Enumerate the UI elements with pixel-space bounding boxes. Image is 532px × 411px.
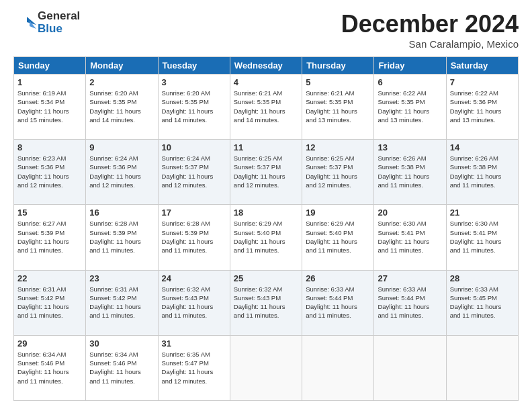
day-number: 21 [450, 208, 515, 218]
day-number: 17 [162, 208, 226, 218]
calendar-table: SundayMondayTuesdayWednesdayThursdayFrid… [13, 56, 519, 401]
day-info: Sunrise: 6:34 AM Sunset: 5:46 PM Dayligh… [17, 350, 82, 385]
calendar-cell: 14Sunrise: 6:26 AM Sunset: 5:38 PM Dayli… [446, 140, 518, 205]
calendar-cell: 18Sunrise: 6:29 AM Sunset: 5:40 PM Dayli… [230, 205, 302, 270]
day-info: Sunrise: 6:32 AM Sunset: 5:43 PM Dayligh… [162, 285, 226, 320]
weekday-header-thursday: Thursday [302, 57, 374, 75]
logo-bird-icon [13, 11, 36, 34]
calendar-cell: 20Sunrise: 6:30 AM Sunset: 5:41 PM Dayli… [374, 205, 446, 270]
calendar-cell: 8Sunrise: 6:23 AM Sunset: 5:36 PM Daylig… [14, 140, 86, 205]
calendar-cell: 10Sunrise: 6:24 AM Sunset: 5:37 PM Dayli… [158, 140, 230, 205]
day-info: Sunrise: 6:33 AM Sunset: 5:45 PM Dayligh… [450, 285, 515, 320]
day-info: Sunrise: 6:32 AM Sunset: 5:43 PM Dayligh… [234, 285, 298, 320]
day-info: Sunrise: 6:33 AM Sunset: 5:44 PM Dayligh… [378, 285, 442, 320]
logo-blue: Blue [38, 23, 80, 36]
month-title: December 2024 [341, 10, 519, 38]
logo-text: General Blue [38, 10, 80, 35]
page-header: General Blue December 2024 San Caralampi… [13, 10, 519, 50]
day-number: 1 [17, 77, 82, 87]
calendar-cell: 24Sunrise: 6:32 AM Sunset: 5:43 PM Dayli… [158, 270, 230, 335]
day-number: 8 [17, 142, 82, 152]
day-number: 16 [89, 208, 154, 218]
day-number: 4 [234, 77, 298, 87]
calendar-cell: 27Sunrise: 6:33 AM Sunset: 5:44 PM Dayli… [374, 270, 446, 335]
calendar-cell: 11Sunrise: 6:25 AM Sunset: 5:37 PM Dayli… [230, 140, 302, 205]
day-number: 18 [234, 208, 298, 218]
day-info: Sunrise: 6:21 AM Sunset: 5:35 PM Dayligh… [234, 89, 298, 124]
weekday-header-wednesday: Wednesday [230, 57, 302, 75]
calendar-cell: 22Sunrise: 6:31 AM Sunset: 5:42 PM Dayli… [14, 270, 86, 335]
day-number: 19 [306, 208, 370, 218]
calendar-week-1: 1Sunrise: 6:19 AM Sunset: 5:34 PM Daylig… [14, 75, 519, 140]
day-number: 11 [234, 142, 298, 152]
calendar-cell: 12Sunrise: 6:25 AM Sunset: 5:37 PM Dayli… [302, 140, 374, 205]
day-info: Sunrise: 6:33 AM Sunset: 5:44 PM Dayligh… [306, 285, 370, 320]
day-number: 22 [17, 273, 82, 283]
weekday-header-sunday: Sunday [14, 57, 86, 75]
day-info: Sunrise: 6:28 AM Sunset: 5:39 PM Dayligh… [162, 219, 226, 255]
weekday-header-saturday: Saturday [446, 57, 518, 75]
calendar-week-3: 15Sunrise: 6:27 AM Sunset: 5:39 PM Dayli… [14, 205, 519, 270]
day-number: 28 [450, 273, 515, 283]
day-number: 26 [306, 273, 370, 283]
calendar-cell: 7Sunrise: 6:22 AM Sunset: 5:36 PM Daylig… [446, 75, 518, 140]
day-info: Sunrise: 6:22 AM Sunset: 5:35 PM Dayligh… [378, 89, 442, 124]
day-info: Sunrise: 6:31 AM Sunset: 5:42 PM Dayligh… [89, 285, 154, 320]
day-info: Sunrise: 6:22 AM Sunset: 5:36 PM Dayligh… [450, 89, 515, 124]
calendar-cell: 29Sunrise: 6:34 AM Sunset: 5:46 PM Dayli… [14, 335, 86, 400]
day-info: Sunrise: 6:29 AM Sunset: 5:40 PM Dayligh… [234, 219, 298, 255]
logo: General Blue [13, 10, 80, 35]
day-number: 29 [17, 338, 82, 349]
day-number: 27 [378, 273, 442, 283]
day-number: 3 [162, 77, 226, 87]
calendar-cell: 19Sunrise: 6:29 AM Sunset: 5:40 PM Dayli… [302, 205, 374, 270]
title-block: December 2024 San Caralampio, Mexico [341, 10, 519, 50]
day-number: 14 [450, 142, 515, 152]
calendar-cell: 6Sunrise: 6:22 AM Sunset: 5:35 PM Daylig… [374, 75, 446, 140]
day-info: Sunrise: 6:19 AM Sunset: 5:34 PM Dayligh… [17, 89, 82, 124]
calendar-cell: 1Sunrise: 6:19 AM Sunset: 5:34 PM Daylig… [14, 75, 86, 140]
day-number: 15 [17, 208, 82, 218]
logo-general: General [38, 10, 80, 23]
day-info: Sunrise: 6:28 AM Sunset: 5:39 PM Dayligh… [89, 219, 154, 255]
calendar-cell: 21Sunrise: 6:30 AM Sunset: 5:41 PM Dayli… [446, 205, 518, 270]
weekday-header-monday: Monday [86, 57, 158, 75]
calendar-week-4: 22Sunrise: 6:31 AM Sunset: 5:42 PM Dayli… [14, 270, 519, 335]
day-info: Sunrise: 6:24 AM Sunset: 5:36 PM Dayligh… [89, 154, 154, 189]
day-number: 7 [450, 77, 515, 87]
calendar-cell: 2Sunrise: 6:20 AM Sunset: 5:35 PM Daylig… [86, 75, 158, 140]
calendar-cell: 30Sunrise: 6:34 AM Sunset: 5:46 PM Dayli… [86, 335, 158, 400]
day-info: Sunrise: 6:24 AM Sunset: 5:37 PM Dayligh… [162, 154, 226, 189]
day-number: 31 [162, 338, 226, 349]
day-number: 10 [162, 142, 226, 152]
day-info: Sunrise: 6:31 AM Sunset: 5:42 PM Dayligh… [17, 285, 82, 320]
day-number: 25 [234, 273, 298, 283]
day-info: Sunrise: 6:30 AM Sunset: 5:41 PM Dayligh… [378, 219, 442, 255]
day-number: 12 [306, 142, 370, 152]
day-number: 23 [89, 273, 154, 283]
day-number: 20 [378, 208, 442, 218]
day-info: Sunrise: 6:30 AM Sunset: 5:41 PM Dayligh… [450, 219, 515, 255]
calendar-week-5: 29Sunrise: 6:34 AM Sunset: 5:46 PM Dayli… [14, 335, 519, 400]
weekday-header-friday: Friday [374, 57, 446, 75]
day-info: Sunrise: 6:25 AM Sunset: 5:37 PM Dayligh… [306, 154, 370, 189]
logo-container: General Blue [13, 10, 80, 35]
day-number: 2 [89, 77, 154, 87]
day-info: Sunrise: 6:26 AM Sunset: 5:38 PM Dayligh… [450, 154, 515, 189]
calendar-cell: 26Sunrise: 6:33 AM Sunset: 5:44 PM Dayli… [302, 270, 374, 335]
day-info: Sunrise: 6:20 AM Sunset: 5:35 PM Dayligh… [89, 89, 154, 124]
day-info: Sunrise: 6:23 AM Sunset: 5:36 PM Dayligh… [17, 154, 82, 189]
day-info: Sunrise: 6:25 AM Sunset: 5:37 PM Dayligh… [234, 154, 298, 189]
calendar-cell: 17Sunrise: 6:28 AM Sunset: 5:39 PM Dayli… [158, 205, 230, 270]
day-number: 30 [89, 338, 154, 349]
calendar-cell [374, 335, 446, 400]
calendar-cell [302, 335, 374, 400]
calendar-cell: 16Sunrise: 6:28 AM Sunset: 5:39 PM Dayli… [86, 205, 158, 270]
calendar-cell: 25Sunrise: 6:32 AM Sunset: 5:43 PM Dayli… [230, 270, 302, 335]
calendar-cell: 9Sunrise: 6:24 AM Sunset: 5:36 PM Daylig… [86, 140, 158, 205]
calendar-cell: 13Sunrise: 6:26 AM Sunset: 5:38 PM Dayli… [374, 140, 446, 205]
day-info: Sunrise: 6:27 AM Sunset: 5:39 PM Dayligh… [17, 219, 82, 255]
location: San Caralampio, Mexico [341, 38, 519, 50]
calendar-header-row: SundayMondayTuesdayWednesdayThursdayFrid… [14, 57, 519, 75]
weekday-header-tuesday: Tuesday [158, 57, 230, 75]
